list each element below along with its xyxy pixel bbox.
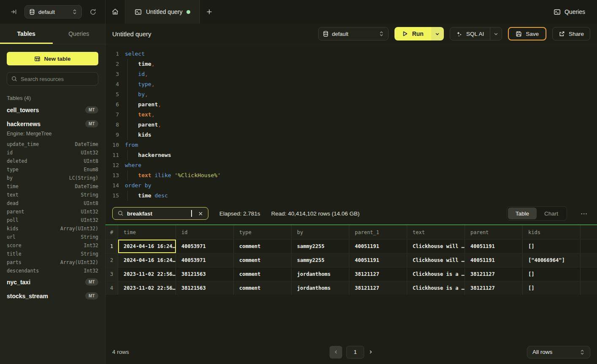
column-item[interactable]: byLC(String) <box>7 174 98 182</box>
column-header[interactable]: by <box>292 225 349 239</box>
column-item[interactable]: scoreInt32 <box>7 241 98 250</box>
column-header[interactable]: text <box>407 225 465 239</box>
column-item[interactable]: titleString <box>7 250 98 258</box>
table-cell[interactable]: 40051191 <box>349 240 407 253</box>
column-item[interactable]: descendantsInt32 <box>7 267 98 275</box>
run-button[interactable]: Run <box>394 27 431 40</box>
query-database-select[interactable]: default <box>318 27 389 40</box>
topbar-database-select[interactable]: default <box>24 5 82 19</box>
row-number[interactable]: 1 <box>105 240 118 253</box>
column-header[interactable]: type <box>234 225 292 239</box>
rows-per-page-select[interactable]: All rows <box>527 346 590 359</box>
table-cell[interactable]: comment <box>234 281 292 295</box>
column-header[interactable]: parent_1 <box>349 225 407 239</box>
table-cell[interactable]: Clickhouse will … <box>407 240 465 253</box>
row-number[interactable]: 2 <box>105 253 118 267</box>
row-count: 4 rows <box>112 349 330 355</box>
column-item[interactable]: pollUInt32 <box>7 216 98 224</box>
previous-page-button[interactable] <box>330 346 342 359</box>
table-cell[interactable]: 40051191 <box>465 253 523 267</box>
table-cell[interactable]: 2024-04-16 16:24… <box>118 240 176 253</box>
table-cell[interactable]: ["40066964"] <box>523 253 581 267</box>
table-cell[interactable]: 40053971 <box>176 240 234 253</box>
table-cell[interactable]: 38121563 <box>176 281 234 295</box>
column-item[interactable]: textString <box>7 191 98 199</box>
next-page-button[interactable] <box>368 350 373 354</box>
table-cell[interactable]: 38121563 <box>176 267 234 281</box>
results-search[interactable] <box>112 207 208 220</box>
view-toggle-table[interactable]: Table <box>508 208 537 219</box>
table-cell[interactable]: 38121127 <box>465 281 523 295</box>
table-cell[interactable]: [] <box>523 267 581 281</box>
column-name: descendants <box>7 267 39 275</box>
table-cell[interactable]: Clickhouse is a … <box>407 281 465 295</box>
view-toggle-chart[interactable]: Chart <box>537 208 566 219</box>
table-cell[interactable]: sammy2255 <box>292 240 349 253</box>
tab-untitled-query[interactable]: Untitled query <box>125 0 200 24</box>
save-button[interactable]: Save <box>508 27 546 40</box>
sidebar-tab-tables[interactable]: Tables <box>0 24 53 44</box>
column-item[interactable]: deadUInt8 <box>7 199 98 208</box>
table-cell[interactable]: 38121127 <box>349 267 407 281</box>
column-item[interactable]: partsArray(UInt32) <box>7 258 98 267</box>
table-cell[interactable]: comment <box>234 240 292 253</box>
table-cell[interactable]: Clickhouse is a … <box>407 267 465 281</box>
sidebar-tab-queries[interactable]: Queries <box>53 24 105 44</box>
current-page[interactable]: 1 <box>346 346 364 359</box>
chevron-down-icon <box>435 32 440 36</box>
column-item[interactable]: typeEnum8 <box>7 165 98 174</box>
resource-search-input[interactable] <box>21 76 94 82</box>
resource-search[interactable] <box>7 72 98 86</box>
table-cell[interactable]: [] <box>523 240 581 253</box>
column-item[interactable]: kidsArray(UInt32) <box>7 224 98 233</box>
column-item[interactable]: update_timeDateTime <box>7 140 98 148</box>
code-text: parent, <box>119 100 161 110</box>
sql-ai-options-button[interactable] <box>490 27 502 40</box>
new-table-button[interactable]: New table <box>7 52 98 65</box>
column-header[interactable]: time <box>118 225 176 239</box>
new-tab-button[interactable] <box>200 0 219 24</box>
table-cell[interactable]: 40051191 <box>465 240 523 253</box>
column-header[interactable]: parent <box>465 225 523 239</box>
table-list-item[interactable]: nyc_taxiMT <box>7 275 98 289</box>
table-cell[interactable]: jordanthoms <box>292 267 349 281</box>
table-cell[interactable]: [] <box>523 281 581 295</box>
table-cell[interactable]: comment <box>234 253 292 267</box>
table-cell[interactable]: sammy2255 <box>292 253 349 267</box>
column-type: LC(String) <box>69 174 98 182</box>
table-cell[interactable]: 2023-11-02 22:56… <box>118 281 176 295</box>
table-cell[interactable]: Clickhouse will … <box>407 253 465 267</box>
table-cell[interactable]: comment <box>234 267 292 281</box>
table-cell[interactable]: jordanthoms <box>292 281 349 295</box>
row-number[interactable]: 3 <box>105 267 118 281</box>
run-options-button[interactable] <box>431 27 444 40</box>
table-cell[interactable]: 2024-04-16 16:24… <box>118 253 176 267</box>
table-list-item[interactable]: stocks_streamMT <box>7 289 98 303</box>
collapse-sidebar-button[interactable] <box>8 7 19 17</box>
queries-link[interactable]: Queries <box>554 8 585 16</box>
column-item[interactable]: deletedUInt8 <box>7 157 98 165</box>
row-number[interactable]: 4 <box>105 281 118 295</box>
column-header[interactable]: kids <box>523 225 581 239</box>
table-cell[interactable]: 2023-11-02 22:56… <box>118 267 176 281</box>
clear-search-button[interactable] <box>198 211 203 216</box>
column-item[interactable]: timeDateTime <box>7 182 98 191</box>
column-item[interactable]: parentUInt32 <box>7 208 98 216</box>
column-header[interactable]: id <box>176 225 234 239</box>
column-item[interactable]: idUInt32 <box>7 148 98 157</box>
results-more-button[interactable]: ⋯ <box>578 208 590 219</box>
table-list-item[interactable]: cell_towersMT <box>7 103 98 117</box>
refresh-button[interactable] <box>88 7 98 17</box>
code-token: hackernews <box>138 152 171 158</box>
table-cell[interactable]: 40053971 <box>176 253 234 267</box>
table-cell[interactable]: 40051191 <box>349 253 407 267</box>
table-cell[interactable]: 38121127 <box>465 267 523 281</box>
sql-editor[interactable]: 1select2 time,3 id,4 type,5 by,6 parent,… <box>105 44 597 202</box>
sql-ai-button[interactable]: SQL AI <box>450 27 490 40</box>
column-item[interactable]: urlString <box>7 233 98 241</box>
share-button[interactable]: Share <box>552 27 590 40</box>
column-header[interactable]: # <box>105 225 118 239</box>
table-cell[interactable]: 38121127 <box>349 281 407 295</box>
table-list-item[interactable]: hackernewsMT <box>7 117 98 131</box>
home-button[interactable] <box>105 0 125 24</box>
